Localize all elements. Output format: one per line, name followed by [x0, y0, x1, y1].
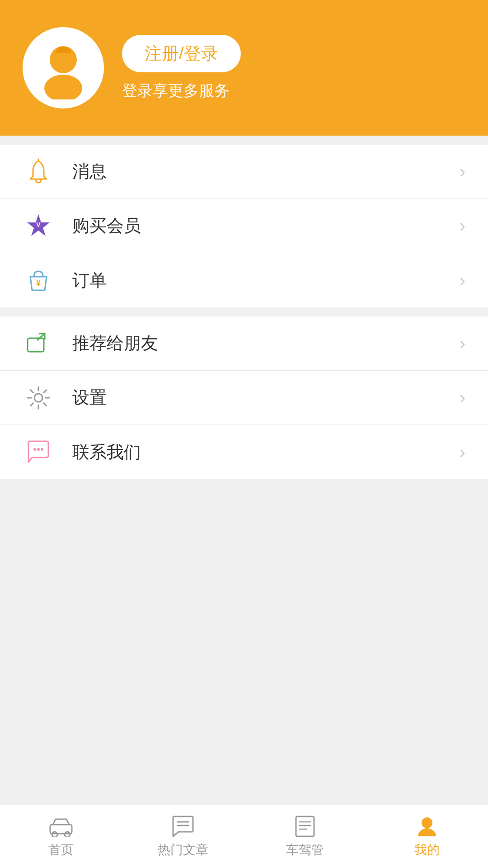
orders-arrow: ›: [460, 270, 465, 291]
svg-text:V: V: [36, 221, 41, 228]
menu-item-settings[interactable]: 设置 ›: [0, 371, 488, 425]
mine-nav-label: 我的: [414, 841, 440, 859]
empty-area: [0, 479, 488, 841]
home-icon: [47, 815, 75, 838]
messages-label: 消息: [72, 160, 460, 183]
driving-icon: [291, 815, 319, 838]
profile-header: 注册/登录 登录享更多服务: [0, 0, 488, 136]
menu-item-contact[interactable]: 联系我们 ›: [0, 425, 488, 479]
nav-item-mine[interactable]: 我的: [366, 815, 488, 859]
menu-section-1: 消息 › V 购买会员 › ¥ 订单 ›: [0, 145, 488, 307]
settings-label: 设置: [72, 386, 460, 409]
svg-point-9: [33, 448, 36, 451]
nav-item-home[interactable]: 首页: [0, 815, 122, 859]
header-info: 注册/登录 登录享更多服务: [122, 35, 241, 101]
contact-label: 联系我们: [72, 441, 460, 464]
svg-text:¥: ¥: [36, 278, 41, 288]
section-divider-2: [0, 307, 488, 316]
bottom-navigation: 首页 热门文章 车驾管: [0, 805, 488, 868]
nav-item-articles[interactable]: 热门文章: [122, 815, 244, 859]
menu-item-messages[interactable]: 消息 ›: [0, 145, 488, 199]
vip-label: 购买会员: [72, 214, 460, 237]
vip-icon: V: [23, 210, 54, 242]
svg-rect-18: [296, 816, 314, 836]
driving-nav-label: 车驾管: [286, 841, 324, 859]
article-icon: [169, 815, 197, 838]
svg-point-22: [422, 817, 432, 828]
orders-label: 订单: [72, 269, 460, 292]
articles-nav-label: 热门文章: [158, 841, 208, 859]
settings-icon: [23, 382, 54, 414]
contact-arrow: ›: [460, 442, 465, 462]
section-divider-1: [0, 136, 488, 145]
messages-arrow: ›: [460, 161, 465, 182]
svg-rect-6: [28, 338, 44, 352]
svg-point-11: [41, 448, 43, 451]
settings-arrow: ›: [460, 387, 465, 408]
mine-icon: [413, 815, 441, 838]
svg-point-1: [44, 75, 82, 99]
share-icon: [23, 328, 54, 359]
login-subtitle: 登录享更多服务: [122, 80, 241, 101]
order-icon: ¥: [23, 264, 54, 296]
avatar-icon: [32, 36, 95, 99]
login-register-button[interactable]: 注册/登录: [122, 35, 241, 72]
menu-section-2: 推荐给朋友 › 设置 › 联系我们 ›: [0, 316, 488, 479]
recommend-arrow: ›: [460, 333, 465, 354]
menu-item-orders[interactable]: ¥ 订单 ›: [0, 253, 488, 307]
bell-icon: [23, 156, 54, 188]
svg-point-10: [37, 448, 40, 451]
svg-point-13: [52, 832, 57, 837]
recommend-label: 推荐给朋友: [72, 332, 460, 355]
menu-item-vip[interactable]: V 购买会员 ›: [0, 199, 488, 253]
svg-point-14: [65, 832, 70, 837]
chat-icon: [23, 436, 54, 468]
svg-point-8: [34, 394, 42, 402]
menu-item-recommend[interactable]: 推荐给朋友 ›: [0, 316, 488, 371]
vip-arrow: ›: [460, 216, 465, 236]
nav-item-driving[interactable]: 车驾管: [244, 815, 366, 859]
home-nav-label: 首页: [48, 841, 74, 859]
avatar: [23, 27, 104, 108]
